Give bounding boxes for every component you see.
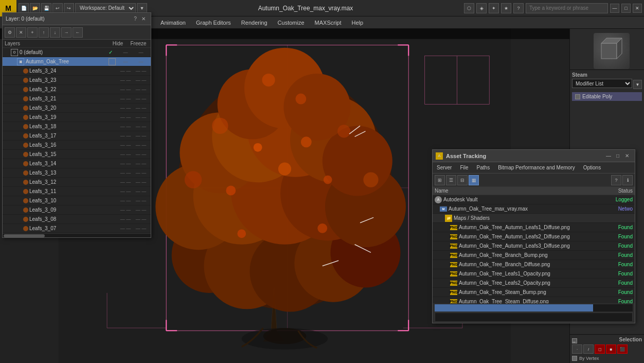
- open-file-icon[interactable]: 📂: [30, 3, 40, 13]
- asset-title-text: Asset Tracking: [446, 153, 604, 159]
- layer-row[interactable]: Leafs_3_22 — — — —: [3, 85, 151, 94]
- sel-element-icon[interactable]: ⬛: [617, 344, 628, 354]
- asset-maximize-button[interactable]: □: [613, 152, 622, 160]
- asset-row[interactable]: A Autodesk Vault Logged: [433, 195, 635, 204]
- new-file-icon[interactable]: 📄: [19, 3, 29, 13]
- layers-scroll-thumb[interactable]: [4, 234, 45, 237]
- sel-edge-icon[interactable]: /: [583, 344, 594, 354]
- asset-close-button[interactable]: ✕: [622, 152, 632, 160]
- layer-row-autumn-oak[interactable]: ▣ Autumn_Oak_Tree — —: [3, 57, 151, 66]
- layer-hide-cell: — —: [118, 161, 133, 166]
- asset-menu-options[interactable]: Options: [579, 162, 605, 174]
- asset-info-icon[interactable]: ℹ: [622, 175, 633, 185]
- asset-row[interactable]: PNG Autumn_Oak_Tree_Leafs1_Opacity.png F…: [433, 269, 635, 279]
- asset-item-status: Found: [597, 271, 633, 276]
- layer-hide-cell: — —: [118, 226, 133, 231]
- asset-tool-1[interactable]: ⊞: [435, 175, 445, 185]
- undo-icon[interactable]: ↩: [52, 3, 63, 13]
- modifier-checkbox[interactable]: [575, 94, 580, 99]
- layer-row-default[interactable]: 0 0 (default) ✓ — —: [3, 48, 151, 57]
- menu-item-rendering[interactable]: Rendering: [236, 16, 273, 29]
- asset-tool-3[interactable]: ⊟: [457, 175, 468, 185]
- sel-poly-icon[interactable]: ■: [606, 344, 616, 354]
- layers-add-icon[interactable]: +: [27, 27, 38, 38]
- layer-row[interactable]: Leafs_3_07 — — — —: [3, 224, 151, 233]
- layers-close-button[interactable]: ✕: [139, 15, 148, 23]
- leaf-item-name: Leafs_3_24: [29, 68, 118, 74]
- workspace-selector[interactable]: Workspace: Default: [75, 3, 136, 13]
- layer-row[interactable]: Leafs_3_10 — — — —: [3, 196, 151, 205]
- layer-row[interactable]: Leafs_3_16 — — — —: [3, 141, 151, 150]
- asset-menu-file[interactable]: File: [456, 162, 472, 174]
- save-file-icon[interactable]: 💾: [41, 3, 51, 13]
- png-file-icon: PNG: [450, 281, 457, 286]
- modifier-list-item[interactable]: Editable Poly: [572, 92, 642, 101]
- nav-icon-2[interactable]: ◈: [476, 3, 487, 13]
- selection-collapse-icon[interactable]: −: [572, 338, 577, 343]
- menu-item-maxscript[interactable]: MAXScript: [310, 16, 347, 29]
- layer-row[interactable]: Leafs_3_09 — — — —: [3, 205, 151, 215]
- layers-delete-icon[interactable]: ✕: [16, 27, 26, 38]
- workspace-dropdown-icon[interactable]: ▼: [137, 3, 147, 13]
- sel-vertex-icon[interactable]: ·: [572, 344, 582, 354]
- help-icon[interactable]: ?: [513, 3, 524, 13]
- asset-row[interactable]: PNG Autumn_Oak_Tree_Autumn_Leafs2_Diffus…: [433, 232, 635, 241]
- leaf-item-name: Leafs_3_20: [29, 105, 118, 111]
- layers-help-button[interactable]: ?: [131, 15, 139, 23]
- nav-icon-1[interactable]: ⬡: [464, 3, 474, 13]
- layer-row[interactable]: Leafs_3_12 — — — —: [3, 178, 151, 187]
- asset-row[interactable]: M Autumn_Oak_Tree_max_vray.max Netwo: [433, 204, 635, 214]
- search-input[interactable]: [526, 3, 608, 13]
- sel-border-icon[interactable]: ◻: [595, 344, 605, 354]
- asset-row[interactable]: PNG Autumn_Oak_Tree_Steam_Bump.png Found: [433, 288, 635, 297]
- asset-row[interactable]: PNG Autumn_Oak_Tree_Branch_Diffuse.png F…: [433, 260, 635, 269]
- asset-help-icon[interactable]: ?: [611, 175, 621, 185]
- layer-row[interactable]: Leafs_3_19 — — — —: [3, 113, 151, 122]
- menu-item-animation[interactable]: Animation: [155, 16, 191, 29]
- layer-row[interactable]: Leafs_3_20 — — — —: [3, 103, 151, 113]
- layer-row[interactable]: Leafs_3_11 — — — —: [3, 187, 151, 196]
- asset-row[interactable]: PNG Autumn_Oak_Tree_Steam_Diffuse.png Fo…: [433, 297, 635, 303]
- asset-tool-4[interactable]: ▦: [469, 175, 479, 185]
- layer-row[interactable]: Leafs_3_15 — — — —: [3, 150, 151, 159]
- asset-row[interactable]: PNG Autumn_Oak_Tree_Branch_Bump.png Foun…: [433, 251, 635, 260]
- layer-row[interactable]: Leafs_3_17 — — — —: [3, 131, 151, 141]
- modifier-dropdown-arrow[interactable]: ▼: [633, 80, 642, 89]
- asset-minimize-button[interactable]: —: [604, 152, 613, 160]
- layer-row[interactable]: Leafs_3_24 — — — —: [3, 66, 151, 76]
- menu-item-help[interactable]: Help: [347, 16, 369, 29]
- layer-row[interactable]: Leafs_3_18 — — — —: [3, 122, 151, 131]
- maximize-button[interactable]: □: [621, 4, 631, 13]
- layers-tool7[interactable]: ←: [73, 27, 83, 38]
- layer-row[interactable]: Leafs_3_13 — — — —: [3, 168, 151, 178]
- redo-icon[interactable]: ↪: [64, 3, 74, 13]
- menu-item-graph-editors[interactable]: Graph Editors: [191, 16, 236, 29]
- asset-menu-paths[interactable]: Paths: [473, 162, 494, 174]
- nav-icon-4[interactable]: ★: [501, 3, 511, 13]
- layer-row[interactable]: Leafs_3_23 — — — —: [3, 76, 151, 85]
- menu-item-customize[interactable]: Customize: [273, 16, 310, 29]
- close-button[interactable]: ✕: [633, 4, 642, 13]
- asset-row[interactable]: PNG Autumn_Oak_Tree_Autumn_Leafs3_Diffus…: [433, 241, 635, 251]
- navigation-cube[interactable]: [594, 33, 630, 69]
- nav-icon-3[interactable]: ✦: [489, 3, 499, 13]
- asset-row[interactable]: 📁 Maps / Shaders: [433, 214, 635, 223]
- asset-row[interactable]: PNG Autumn_Oak_Tree_Leafs2_Opacity.png F…: [433, 279, 635, 288]
- layer-row[interactable]: Leafs_3_08 — — — —: [3, 215, 151, 224]
- layers-scrollbar[interactable]: [3, 233, 151, 237]
- layers-move-up-icon[interactable]: ↑: [39, 27, 49, 38]
- asset-row[interactable]: PNG Autumn_Oak_Tree_Autumn_Leafs1_Diffus…: [433, 223, 635, 232]
- layers-settings-icon[interactable]: ⚙: [5, 27, 15, 38]
- minimize-button[interactable]: —: [610, 4, 619, 13]
- layer-row[interactable]: Leafs_3_14 — — — —: [3, 159, 151, 168]
- leaf-type-icon: [23, 161, 28, 166]
- asset-tool-2[interactable]: ☰: [446, 175, 456, 185]
- modifier-dropdown[interactable]: Modifier List: [572, 79, 632, 88]
- layer-row[interactable]: Leafs_3_21 — — — —: [3, 94, 151, 103]
- asset-menu-server[interactable]: Server: [433, 162, 456, 174]
- asset-menu-bitmap[interactable]: Bitmap Performance and Memory: [494, 162, 579, 174]
- asset-search-bar[interactable]: [435, 313, 633, 322]
- by-vertex-checkbox[interactable]: [572, 356, 577, 361]
- layers-move-dn-icon[interactable]: ↓: [50, 27, 60, 38]
- layers-tool6[interactable]: →: [61, 27, 71, 38]
